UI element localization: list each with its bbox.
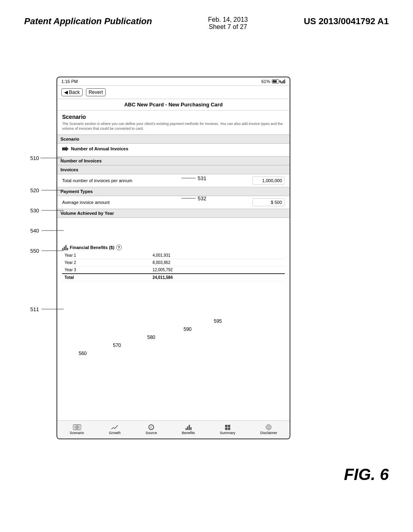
content-area: 1:16 PM 61% ◀ Back Revert — [24, 69, 389, 500]
callout-511: 511 — [30, 306, 39, 312]
patent-number: US 2013/0041792 A1 — [304, 16, 389, 27]
disclaimer-tab-label: Disclaimer — [260, 431, 277, 435]
callout-531: 531 — [198, 175, 206, 181]
scroll-content[interactable]: Scenario The Scenario section is where y… — [57, 110, 290, 437]
financial-row-total: Total 24,011,584 — [62, 274, 285, 281]
status-icons: 61% — [261, 79, 286, 84]
financial-chart-icon — [62, 245, 68, 250]
callout-570: 570 — [113, 343, 121, 348]
invoices-subsection: Invoices — [57, 165, 290, 175]
payment-types-section: Payment Types — [57, 187, 290, 196]
callout-532: 532 — [198, 195, 206, 202]
tab-scenario[interactable]: Scenario — [70, 424, 84, 435]
invoices-label: Number of Invoices — [60, 158, 102, 163]
svg-point-10 — [269, 428, 269, 428]
tab-growth[interactable]: Growth — [109, 424, 121, 435]
invoices-header-row: Number of Invoices — [57, 156, 290, 165]
patent-sheet: Sheet 7 of 27 — [208, 23, 248, 31]
financial-year2-value: 8,003,862 — [150, 259, 285, 266]
financial-total-value: 24,011,584 — [150, 274, 285, 281]
invoices-header: Number of Annual Invoices — [62, 146, 285, 151]
financial-year3-label: Year 3 — [62, 266, 150, 274]
back-button[interactable]: ◀ Back — [61, 88, 83, 96]
benefits-tab-icon — [186, 424, 192, 430]
financial-total-label: Total — [62, 274, 150, 281]
growth-tab-icon — [111, 424, 118, 430]
disclaimer-tab-icon — [266, 424, 271, 430]
financial-row-year2: Year 2 8,003,862 — [62, 259, 285, 266]
summary-tab-label: Summary — [220, 431, 236, 435]
revert-label: Revert — [89, 89, 103, 95]
scenario-tab-icon — [73, 424, 81, 430]
signal-icon — [281, 79, 286, 83]
financial-row-year1: Year 1 4,001,931 — [62, 252, 285, 259]
invoices-field-row-1: Total number of invoices per annum 1,000… — [57, 175, 290, 187]
callout-595: 595 — [214, 318, 222, 324]
tab-source[interactable]: ○ Source — [146, 424, 157, 435]
patent-title: Patent Application Publication — [24, 16, 152, 27]
svg-rect-4 — [75, 425, 77, 427]
invoices-field-value-1[interactable]: 1,000,000 — [252, 177, 285, 185]
financial-row-year3: Year 3 12,005,792 — [62, 266, 285, 274]
svg-rect-1 — [282, 81, 283, 83]
callout-510: 510 — [30, 155, 39, 161]
back-chevron: ◀ — [64, 89, 68, 95]
time-display: 1:16 PM — [61, 79, 78, 84]
svg-rect-5 — [77, 425, 79, 427]
callout-520: 520 — [30, 187, 39, 193]
summary-tab-icon — [225, 425, 230, 430]
svg-rect-0 — [281, 82, 282, 83]
invoices-field-label-2: Average invoice amount — [62, 200, 110, 205]
svg-rect-6 — [75, 428, 77, 429]
svg-rect-3 — [284, 79, 285, 83]
invoices-field-label-1: Total number of invoices per annum — [62, 178, 132, 183]
financial-year2-label: Year 2 — [62, 259, 150, 266]
invoices-arrow-icon — [62, 146, 69, 151]
financial-year1-value: 4,001,931 — [150, 252, 285, 259]
back-label: Back — [69, 89, 80, 95]
growth-tab-label: Growth — [109, 431, 121, 435]
invoices-sub-header: Invoices — [57, 165, 290, 174]
invoices-field-row-2: Average invoice amount $ 500 — [57, 196, 290, 209]
invoices-field-value-2[interactable]: $ 500 — [252, 198, 285, 206]
scenario-label: Scenario — [62, 114, 86, 120]
spacer — [57, 218, 290, 242]
tab-benefits[interactable]: Benefits — [182, 424, 195, 435]
revert-button[interactable]: Revert — [86, 88, 106, 96]
callout-540: 540 — [30, 228, 39, 234]
financial-help-icon[interactable]: ? — [116, 245, 122, 250]
scenario-title: Scenario — [62, 114, 285, 120]
financial-year3-value: 12,005,792 — [150, 266, 285, 274]
invoices-section: Number of Annual Invoices — [57, 144, 290, 156]
phone-frame: 1:16 PM 61% ◀ Back Revert — [56, 77, 290, 439]
battery-percent: 61% — [261, 79, 270, 84]
benefits-tab-label: Benefits — [182, 431, 195, 435]
financial-table: Year 1 4,001,931 Year 2 8,003,862 Year 3… — [62, 252, 285, 281]
scenario-description: The Scenario section is where you can de… — [62, 122, 285, 131]
battery-icon — [272, 79, 279, 83]
source-tab-label: Source — [146, 431, 157, 435]
callout-580: 580 — [147, 335, 155, 340]
tab-disclaimer[interactable]: Disclaimer — [260, 424, 277, 435]
page: Patent Application Publication Feb. 14, … — [0, 0, 413, 532]
tab-summary[interactable]: Summary — [220, 425, 236, 435]
callout-530: 530 — [30, 208, 39, 214]
svg-rect-2 — [283, 80, 284, 83]
scenario-tab-label: Scenario — [70, 431, 84, 435]
volume-header: Volume Achieved by Year — [57, 209, 290, 218]
patent-date: Feb. 14, 2013 — [208, 16, 248, 23]
screen-title: ABC New Pcard - New Purchasing Card — [57, 99, 290, 110]
callout-550: 550 — [30, 248, 39, 254]
patent-meta: Feb. 14, 2013 Sheet 7 of 27 — [208, 16, 248, 31]
invoices-table-section: Number of Invoices — [57, 156, 290, 165]
figure-label: FIG. 6 — [344, 466, 389, 484]
patent-header: Patent Application Publication Feb. 14, … — [0, 16, 413, 31]
financial-header: Financial Benefits ($) ? — [62, 245, 285, 250]
nav-bar: ◀ Back Revert — [57, 86, 290, 99]
volume-section: Volume Achieved by Year — [57, 209, 290, 218]
scenario-table-section: Scenario — [57, 135, 290, 144]
scenario-table-header: Scenario — [57, 135, 290, 143]
source-tab-icon: ○ — [148, 424, 154, 430]
payment-types-header: Payment Types — [57, 187, 290, 196]
callout-590: 590 — [184, 326, 192, 332]
